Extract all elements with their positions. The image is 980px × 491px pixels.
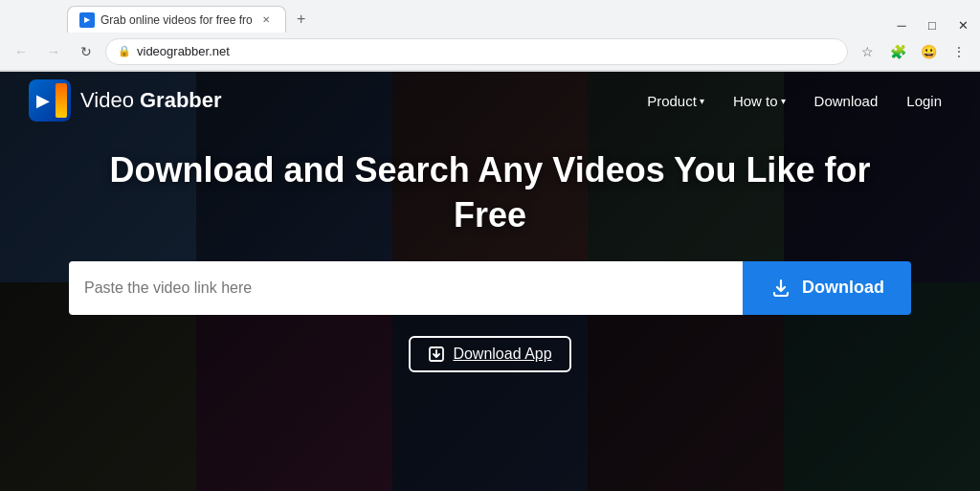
nav-login[interactable]: Login [897, 87, 951, 115]
toolbar-icons: ☆ 🧩 😀 ⋮ [854, 38, 972, 65]
tab-strip: ▶ Grab online videos for free fro ✕ + ─ … [0, 0, 980, 33]
hero-title: Download and Search Any Videos You Like … [107, 148, 873, 238]
active-tab[interactable]: ▶ Grab online videos for free fro ✕ [67, 6, 286, 33]
video-url-input[interactable] [84, 279, 727, 297]
site-navigation: Video Grabber Product ▾ How to ▾ Downloa… [0, 72, 980, 129]
new-tab-button[interactable]: + [288, 6, 315, 33]
close-button[interactable]: ✕ [953, 18, 972, 33]
logo-plain: Video [80, 88, 140, 112]
product-chevron-icon: ▾ [700, 96, 704, 106]
menu-icon[interactable]: ⋮ [946, 38, 972, 65]
search-input-wrap [69, 261, 743, 315]
nav-login-label: Login [906, 93, 942, 109]
logo-text: Video Grabber [80, 88, 222, 113]
hero-section: Download and Search Any Videos You Like … [0, 129, 980, 238]
nav-download[interactable]: Download [805, 87, 888, 115]
url-text: videograbber.net [137, 44, 835, 58]
nav-how-to-label: How to [733, 93, 778, 109]
profile-icon[interactable]: 😀 [915, 38, 942, 65]
tab-close-button[interactable]: ✕ [258, 12, 274, 28]
download-app-icon [428, 346, 445, 363]
download-button[interactable]: Download [743, 261, 911, 315]
address-bar-row: ← → ↻ 🔒 videograbber.net ☆ 🧩 😀 ⋮ [0, 33, 980, 71]
nav-product[interactable]: Product ▾ [637, 87, 714, 115]
minimize-button[interactable]: ─ [892, 18, 911, 33]
extensions-icon[interactable]: 🧩 [884, 38, 911, 65]
tab-title: Grab online videos for free fro [100, 13, 253, 27]
logo-icon [29, 79, 71, 122]
reload-button[interactable]: ↻ [73, 38, 100, 65]
browser-titlebar: ▶ Grab online videos for free fro ✕ + ─ … [0, 0, 980, 72]
maximize-button[interactable]: □ [923, 18, 942, 33]
nav-how-to[interactable]: How to ▾ [724, 87, 795, 115]
back-button[interactable]: ← [8, 38, 34, 65]
bookmark-icon[interactable]: ☆ [854, 38, 880, 65]
logo-bold: Grabber [140, 88, 222, 112]
window-controls: ─ □ ✕ [892, 18, 980, 33]
nav-download-label: Download [814, 93, 879, 109]
website-content: Video Grabber Product ▾ How to ▾ Downloa… [0, 72, 980, 491]
download-icon [769, 277, 792, 300]
nav-links: Product ▾ How to ▾ Download Login [637, 87, 951, 115]
download-app-area: Download App [0, 336, 980, 372]
nav-product-label: Product [647, 93, 697, 109]
download-button-label: Download [802, 278, 884, 298]
tab-favicon: ▶ [79, 12, 95, 28]
download-app-link[interactable]: Download App [409, 336, 570, 372]
address-bar[interactable]: 🔒 videograbber.net [105, 38, 848, 65]
logo[interactable]: Video Grabber [29, 79, 222, 122]
search-area: Download [50, 261, 930, 315]
howto-chevron-icon: ▾ [781, 96, 786, 106]
download-app-label: Download App [453, 346, 551, 363]
forward-button[interactable]: → [40, 38, 67, 65]
lock-icon: 🔒 [118, 45, 131, 57]
